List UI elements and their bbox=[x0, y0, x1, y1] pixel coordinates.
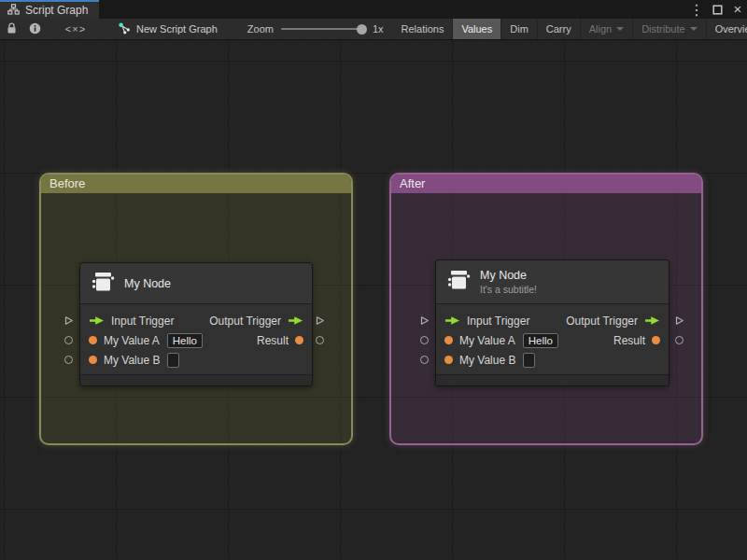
external-output-trigger-port[interactable] bbox=[315, 315, 325, 326]
node-my-node-after[interactable]: My Node It's a subtitle! Input Trigger O… bbox=[435, 259, 669, 386]
tab-script-graph[interactable]: Script Graph bbox=[0, 0, 99, 19]
script-graph-asset-icon bbox=[118, 21, 131, 36]
external-result-port[interactable] bbox=[316, 336, 324, 344]
node-title: My Node bbox=[124, 277, 171, 290]
tab-title: Script Graph bbox=[25, 4, 88, 17]
close-icon[interactable]: × bbox=[730, 2, 745, 17]
input-trigger-port-icon[interactable] bbox=[444, 315, 460, 326]
graph-hierarchy-icon bbox=[7, 4, 20, 18]
port-row-value-b: My Value B bbox=[436, 350, 669, 370]
port-row-value-a: My Value A Hello Result bbox=[80, 330, 312, 350]
node-port-rows: Input Trigger Output Trigger My Value A … bbox=[80, 304, 312, 374]
tab-bar: Script Graph ⋮ × bbox=[0, 0, 747, 19]
port-label: My Value A bbox=[459, 334, 515, 347]
zoom-slider[interactable] bbox=[281, 28, 365, 30]
external-result-port[interactable] bbox=[675, 336, 684, 344]
external-value-a-port[interactable] bbox=[420, 336, 429, 344]
value-b-port-icon[interactable] bbox=[444, 356, 453, 364]
dim-toggle[interactable]: Dim bbox=[501, 19, 538, 39]
node-footer bbox=[436, 374, 669, 385]
group-header[interactable]: Before bbox=[41, 175, 351, 193]
node-footer bbox=[80, 374, 312, 385]
maximize-icon[interactable] bbox=[710, 2, 725, 17]
port-label: My Value B bbox=[104, 354, 160, 367]
graph-canvas[interactable]: Before After My Node bbox=[0, 40, 747, 560]
lock-button[interactable] bbox=[0, 19, 23, 39]
unit-icon bbox=[90, 270, 116, 298]
external-value-b-port[interactable] bbox=[64, 356, 73, 364]
external-value-b-port[interactable] bbox=[420, 356, 429, 364]
zoom-label: Zoom bbox=[247, 23, 274, 35]
output-trigger-port-icon[interactable] bbox=[644, 315, 660, 326]
chevron-down-icon bbox=[690, 27, 698, 31]
port-label: Result bbox=[613, 334, 645, 347]
node-header[interactable]: My Node It's a subtitle! bbox=[436, 260, 669, 304]
code-preview-button[interactable]: <×> bbox=[47, 19, 105, 39]
info-icon bbox=[29, 22, 41, 36]
breadcrumb-label: New Script Graph bbox=[136, 23, 218, 35]
values-toggle[interactable]: Values bbox=[453, 19, 501, 39]
result-port-icon[interactable] bbox=[652, 336, 660, 344]
breadcrumb[interactable]: New Script Graph bbox=[105, 19, 227, 39]
lock-icon bbox=[7, 22, 17, 36]
port-row-value-a: My Value A Hello Result bbox=[436, 330, 669, 350]
value-a-port-icon[interactable] bbox=[444, 336, 453, 344]
group-header[interactable]: After bbox=[391, 175, 701, 193]
external-output-trigger-port[interactable] bbox=[674, 315, 684, 326]
external-value-a-port[interactable] bbox=[64, 336, 73, 344]
overview-button[interactable]: Overview bbox=[707, 19, 747, 39]
node-title: My Node bbox=[480, 269, 537, 282]
external-input-trigger-port[interactable] bbox=[419, 315, 430, 326]
node-my-node-before[interactable]: My Node Input Trigger Output Trigger My … bbox=[79, 262, 313, 386]
window-controls: ⋮ × bbox=[689, 0, 745, 19]
port-label: Result bbox=[257, 334, 289, 347]
value-b-input[interactable] bbox=[167, 353, 179, 368]
value-a-input[interactable]: Hello bbox=[523, 333, 558, 348]
node-titles: My Node It's a subtitle! bbox=[480, 269, 537, 295]
node-header[interactable]: My Node bbox=[80, 263, 312, 304]
graph-toolbar: <×> New Script Graph Zoom 1x Relations V… bbox=[0, 19, 747, 40]
align-label: Align bbox=[589, 23, 612, 35]
distribute-dropdown: Distribute bbox=[633, 19, 706, 39]
result-port-icon[interactable] bbox=[295, 336, 303, 344]
port-label: Input Trigger bbox=[111, 315, 174, 328]
value-a-port-icon[interactable] bbox=[89, 336, 97, 344]
distribute-label: Distribute bbox=[641, 23, 684, 35]
port-label: My Value B bbox=[459, 354, 515, 367]
info-button[interactable] bbox=[23, 19, 47, 39]
window-menu-icon[interactable]: ⋮ bbox=[689, 2, 704, 17]
chevron-down-icon bbox=[616, 27, 624, 31]
port-row-trigger: Input Trigger Output Trigger bbox=[80, 311, 312, 330]
port-label: Input Trigger bbox=[467, 315, 529, 328]
value-b-port-icon[interactable] bbox=[89, 356, 97, 364]
input-trigger-port-icon[interactable] bbox=[89, 315, 105, 326]
port-row-value-b: My Value B bbox=[80, 350, 312, 370]
unit-icon bbox=[445, 268, 472, 296]
external-input-trigger-port[interactable] bbox=[63, 315, 74, 326]
port-label: My Value A bbox=[104, 334, 160, 347]
node-subtitle: It's a subtitle! bbox=[480, 284, 537, 295]
node-titles: My Node bbox=[124, 277, 171, 290]
value-b-input[interactable] bbox=[523, 353, 535, 368]
align-dropdown: Align bbox=[581, 19, 633, 39]
zoom-slider-knob[interactable] bbox=[357, 24, 367, 35]
port-row-trigger: Input Trigger Output Trigger bbox=[436, 311, 669, 330]
carry-toggle[interactable]: Carry bbox=[538, 19, 581, 39]
zoom-value: 1x bbox=[373, 23, 384, 35]
port-label: Output Trigger bbox=[566, 315, 638, 328]
node-port-rows: Input Trigger Output Trigger My Value A … bbox=[436, 304, 669, 374]
output-trigger-port-icon[interactable] bbox=[288, 315, 303, 326]
relations-toggle[interactable]: Relations bbox=[393, 19, 454, 39]
port-label: Output Trigger bbox=[209, 315, 281, 328]
value-a-input[interactable]: Hello bbox=[167, 333, 203, 348]
zoom-control: Zoom 1x bbox=[247, 19, 393, 39]
